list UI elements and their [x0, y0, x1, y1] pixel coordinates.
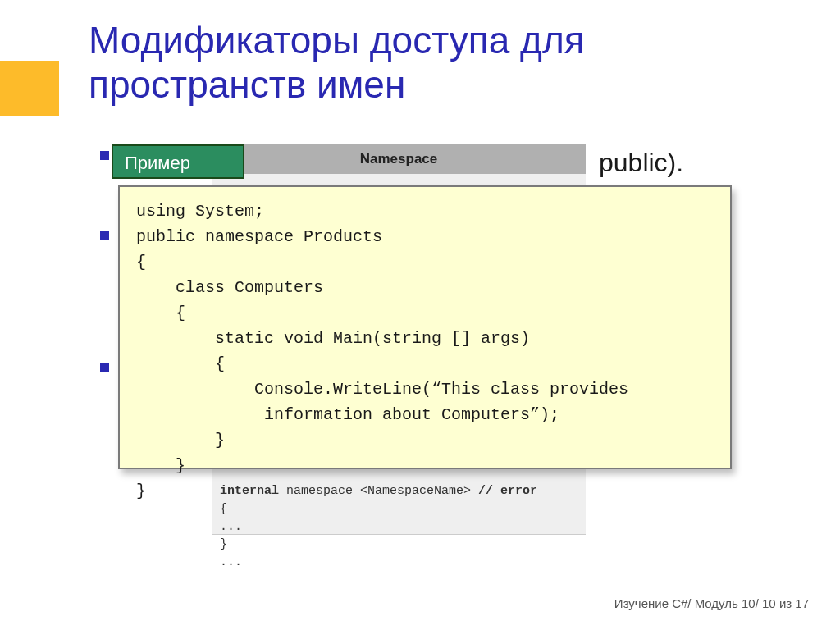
visible-body-fragment: public). [599, 148, 683, 178]
accent-block [0, 61, 59, 116]
background-panel-header: Namespace [212, 144, 586, 174]
slide-footer: Изучение C#/ Модуль 10/ 10 из 17 [614, 596, 809, 610]
bullet-marker [100, 363, 109, 380]
code-example-box: using System; public namespace Products … [118, 185, 732, 469]
bullet-marker [100, 231, 109, 249]
bullet-marker [100, 151, 109, 168]
example-label: Пример [112, 144, 244, 179]
code-example-text: using System; public namespace Products … [136, 199, 714, 504]
slide-title: Модификаторы доступа для пространств име… [89, 18, 761, 107]
